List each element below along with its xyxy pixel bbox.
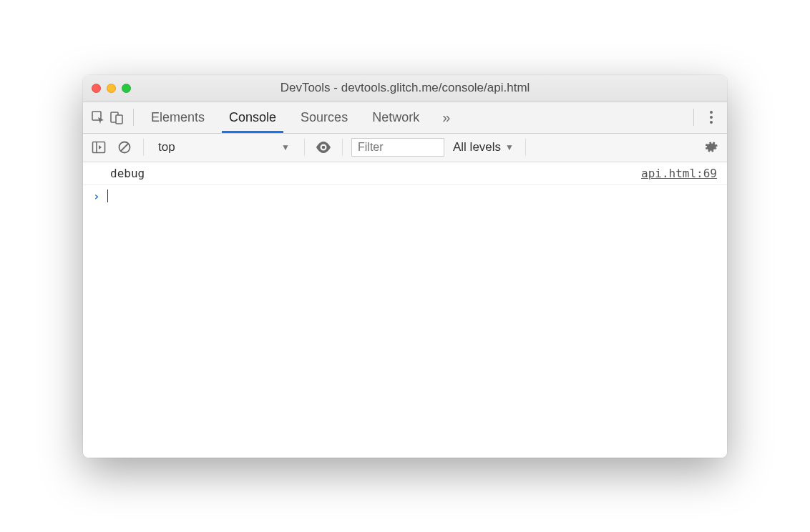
tab-console[interactable]: Console — [222, 103, 283, 132]
device-toolbar-icon[interactable] — [107, 108, 126, 127]
context-value: top — [158, 140, 175, 154]
devtools-window: DevTools - devtools.glitch.me/console/ap… — [83, 75, 727, 458]
svg-line-6 — [121, 144, 128, 151]
live-expression-eye-icon[interactable] — [313, 137, 333, 157]
tab-network[interactable]: Network — [365, 103, 426, 132]
panel-tabs: Elements Console Sources Network » — [141, 103, 456, 132]
minimize-window-button[interactable] — [107, 84, 116, 93]
chevron-down-icon: ▼ — [281, 142, 290, 152]
filterbar-separator — [304, 139, 305, 156]
console-message-text: debug — [110, 167, 145, 180]
filterbar-separator — [143, 139, 144, 156]
kebab-menu-icon[interactable] — [701, 111, 721, 124]
prompt-caret-icon: › — [93, 189, 100, 203]
console-prompt[interactable]: › — [83, 185, 727, 207]
tab-sources[interactable]: Sources — [293, 103, 355, 132]
window-title: DevTools - devtools.glitch.me/console/ap… — [83, 81, 727, 95]
toolbar-separator — [133, 109, 134, 126]
console-filterbar: top ▼ All levels ▼ — [83, 134, 727, 162]
more-tabs-button[interactable]: » — [436, 109, 456, 126]
svg-point-7 — [322, 146, 326, 149]
console-settings-gear-icon[interactable] — [701, 137, 721, 157]
console-message-source-link[interactable]: api.html:69 — [641, 167, 717, 180]
filterbar-separator — [342, 139, 343, 156]
zoom-window-button[interactable] — [122, 84, 131, 93]
close-window-button[interactable] — [92, 84, 101, 93]
clear-console-icon[interactable] — [114, 137, 135, 157]
toolbar-separator — [693, 109, 694, 126]
text-cursor — [107, 189, 108, 202]
console-message-row: debug api.html:69 — [83, 162, 727, 185]
titlebar: DevTools - devtools.glitch.me/console/ap… — [83, 75, 727, 102]
filterbar-separator — [525, 139, 526, 156]
context-selector[interactable]: top ▼ — [152, 137, 296, 157]
filter-input[interactable] — [351, 138, 444, 157]
svg-rect-2 — [116, 115, 122, 124]
main-toolbar: Elements Console Sources Network » — [83, 102, 727, 134]
inspect-icon[interactable] — [89, 108, 107, 127]
console-output: debug api.html:69 › — [83, 162, 727, 458]
console-sidebar-toggle-icon[interactable] — [89, 137, 109, 157]
traffic-lights — [92, 84, 131, 93]
tab-elements[interactable]: Elements — [144, 103, 212, 132]
log-levels-selector[interactable]: All levels ▼ — [450, 140, 517, 154]
chevron-down-icon: ▼ — [505, 142, 514, 152]
log-levels-label: All levels — [453, 140, 501, 154]
